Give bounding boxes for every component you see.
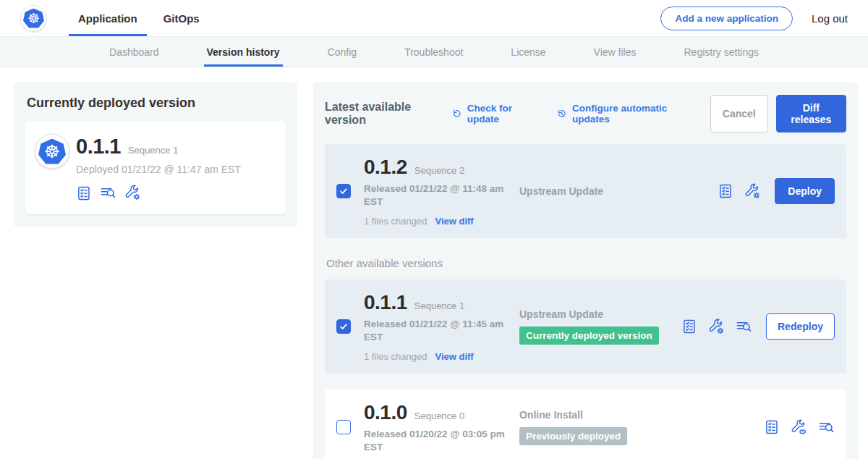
version-row-0-1-1: 0.1.1 Sequence 1 Released 01/21/22 @ 11:… (325, 279, 846, 374)
refresh-icon (451, 108, 463, 120)
version-checkbox[interactable] (336, 420, 351, 434)
version-row-0-1-2: 0.1.2 Sequence 2 Released 01/21/22 @ 11:… (325, 144, 846, 238)
files-changed-label: 1 files changed (364, 216, 427, 227)
tab-gitops-label: GitOps (163, 12, 200, 25)
version-row-0-1-0: 0.1.0 Sequence 0 Released 01/20/22 @ 03:… (325, 389, 846, 459)
subnav-troubleshoot[interactable]: Troubleshoot (401, 37, 466, 67)
tab-application[interactable]: Application (69, 0, 147, 36)
other-available-versions-label: Other available versions (326, 257, 846, 269)
add-new-application-button[interactable]: Add a new application (660, 7, 793, 30)
deploy-button[interactable]: Deploy (775, 178, 835, 204)
preflight-checklist-icon[interactable] (764, 419, 780, 435)
edit-config-icon[interactable] (708, 319, 725, 335)
version-checkbox[interactable] (336, 184, 351, 198)
preflight-checklist-icon[interactable] (681, 319, 697, 334)
subnav-registry-settings[interactable]: Registry settings (681, 37, 762, 67)
files-changed-label: 1 files changed (364, 351, 427, 362)
subnav-config[interactable]: Config (325, 37, 359, 67)
logout-link[interactable]: Log out (812, 12, 848, 25)
sequence-label: Sequence 2 (414, 165, 464, 176)
edit-config-icon[interactable] (124, 185, 141, 201)
view-config-icon[interactable] (791, 419, 807, 436)
diff-releases-button[interactable]: Diff releases (776, 95, 846, 132)
preflight-checklist-icon[interactable] (76, 185, 92, 201)
latest-available-title: Latest available version (325, 101, 442, 127)
deployed-timestamp: Deployed 01/21/22 @ 11:47 am EST (76, 164, 241, 175)
deployed-version-card: ☸ 0.1.1 Sequence 1 Deployed 01/21/22 @ 1… (25, 122, 286, 214)
redeploy-button[interactable]: Redeploy (766, 313, 835, 340)
preflight-checklist-icon[interactable] (718, 183, 733, 199)
check-for-update-label: Check for update (467, 103, 537, 125)
released-timestamp: Released 01/21/22 @ 11:45 am EST (364, 318, 506, 343)
deploy-logs-icon[interactable] (736, 319, 752, 335)
version-number: 0.1.0 (364, 401, 407, 424)
top-tabs: Application GitOps (69, 0, 209, 36)
version-source-label: Upstream Update (519, 185, 709, 197)
tab-application-label: Application (78, 12, 137, 25)
subnav-license[interactable]: License (508, 37, 548, 67)
view-diff-link[interactable]: View diff (435, 216, 473, 227)
deployed-version-number: 0.1.1 (76, 135, 121, 159)
version-source-label: Online Install (519, 409, 755, 421)
cancel-button[interactable]: Cancel (710, 95, 768, 132)
app-subnav: Dashboard Version history Config Trouble… (0, 36, 868, 67)
version-source-label: Upstream Update (519, 308, 673, 320)
deploy-logs-icon[interactable] (100, 185, 116, 201)
previously-deployed-badge: Previously deployed (519, 427, 627, 445)
view-diff-link[interactable]: View diff (435, 351, 473, 362)
version-number: 0.1.1 (364, 291, 407, 314)
main-content: Currently deployed version ☸ 0.1.1 Seque… (0, 67, 868, 459)
subnav-dashboard[interactable]: Dashboard (106, 37, 162, 67)
auto-update-clock-icon (556, 108, 568, 120)
check-for-update-link[interactable]: Check for update (451, 103, 537, 125)
version-history-panel: Latest available version Check for updat… (313, 82, 858, 459)
sequence-label: Sequence 0 (414, 410, 464, 421)
configure-automatic-updates-label: Configure automatic updates (572, 103, 692, 125)
version-checkbox[interactable] (336, 319, 351, 334)
version-number: 0.1.2 (364, 156, 407, 179)
sequence-label: Sequence 1 (414, 300, 464, 311)
top-navigation-bar: ☸ Application GitOps Add a new applicati… (0, 0, 868, 36)
released-timestamp: Released 01/21/22 @ 11:48 am EST (364, 182, 506, 208)
subnav-version-history[interactable]: Version history (204, 37, 283, 67)
currently-deployed-badge: Currently deployed version (519, 327, 659, 345)
currently-deployed-panel: Currently deployed version ☸ 0.1.1 Seque… (14, 82, 297, 227)
configure-automatic-updates-link[interactable]: Configure automatic updates (556, 103, 692, 125)
deployed-sequence-label: Sequence 1 (128, 145, 178, 156)
subnav-view-files[interactable]: View files (591, 37, 639, 67)
app-kubernetes-logo-icon: ☸ (35, 134, 69, 169)
edit-config-icon[interactable] (744, 183, 761, 200)
released-timestamp: Released 01/20/22 @ 03:05 pm EST (364, 428, 506, 453)
kubernetes-logo-icon: ☸ (20, 5, 47, 32)
deploy-logs-icon[interactable] (818, 419, 835, 436)
currently-deployed-title: Currently deployed version (27, 96, 286, 111)
tab-gitops[interactable]: GitOps (154, 0, 209, 36)
